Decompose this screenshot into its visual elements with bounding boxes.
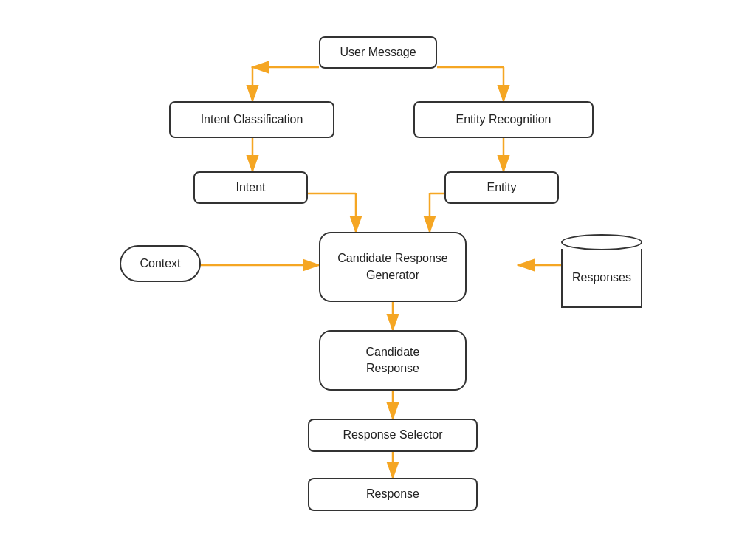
intent-classification-node: Intent Classification: [169, 101, 334, 138]
user-message-node: User Message: [319, 36, 437, 69]
candidate-response-label: Candidate Response: [366, 344, 420, 377]
response-node: Response: [308, 478, 478, 511]
candidate-response-node: Candidate Response: [319, 330, 467, 391]
responses-label: Responses: [572, 271, 631, 284]
responses-node: Responses: [561, 234, 642, 308]
cylinder-top: [561, 234, 642, 250]
candidate-response-generator-node: Candidate Response Generator: [319, 232, 467, 302]
response-selector-node: Response Selector: [308, 419, 478, 452]
intent-node: Intent: [193, 171, 308, 204]
entity-node: Entity: [444, 171, 559, 204]
entity-recognition-node: Entity Recognition: [413, 101, 594, 138]
cylinder-body: Responses: [561, 249, 642, 308]
diagram: User Message Intent Classification Entit…: [46, 14, 710, 531]
candidate-response-generator-label: Candidate Response Generator: [337, 250, 447, 284]
context-node: Context: [120, 245, 201, 282]
